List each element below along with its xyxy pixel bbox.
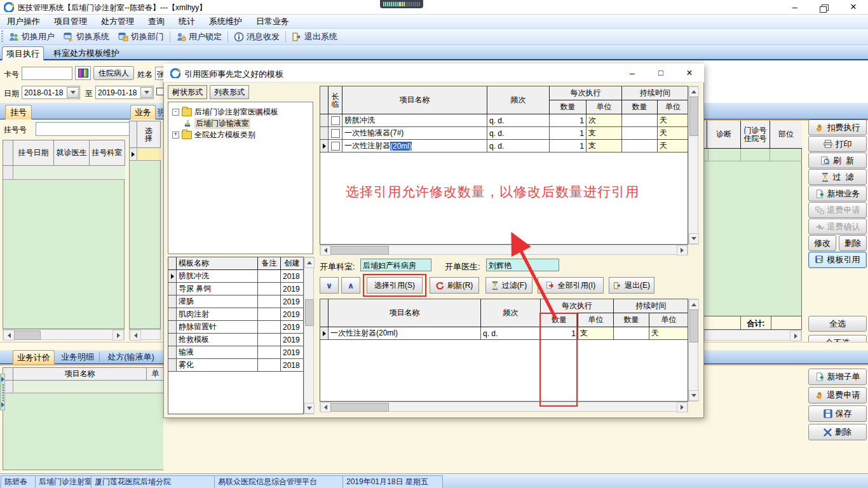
tree-node-child[interactable]: 后埔门诊输液室 [168, 118, 313, 129]
item-cell-selected[interactable]: 一次性注射器(20ml) [342, 140, 487, 152]
inpatient-button[interactable]: 住院病人 [93, 66, 134, 80]
template-row-name[interactable]: 抢救模板 [177, 334, 258, 346]
save-button[interactable]: 保存 [808, 405, 867, 422]
dialog-close-button[interactable]: × [677, 64, 702, 82]
refund-request-label: 退费申请 [827, 390, 860, 401]
selected-cell[interactable] [137, 148, 161, 161]
charge-execute-button[interactable]: 扣费执行 [808, 119, 867, 135]
template-row-name[interactable]: 灌肠 [177, 295, 258, 308]
refresh-button[interactable]: 刷 新 [808, 152, 867, 168]
tab-project-execution[interactable]: 项目执行 [2, 46, 44, 60]
tab-business[interactable]: 业务 [130, 105, 156, 119]
switch-dept-button[interactable]: 切换部门 [114, 29, 168, 44]
select-all-button[interactable]: 全选 [808, 316, 867, 332]
tree-view-button[interactable]: 树状形式 [168, 85, 207, 99]
registration-grid[interactable]: 挂号日期 就诊医生 挂号科室 [3, 140, 125, 329]
card-reader-button[interactable] [75, 66, 91, 80]
user-lock-icon [176, 32, 186, 42]
bottom-grid-hscrollbar[interactable] [320, 402, 688, 412]
regno-input[interactable] [36, 122, 131, 136]
template-list-vscrollbar[interactable] [304, 257, 314, 414]
selected-text-highlight: (20ml) [390, 142, 412, 151]
dialog-exit-button[interactable]: 退出(E) [609, 277, 654, 294]
registration-grid-hscrollbar[interactable] [3, 329, 125, 340]
menu-prescription-mgmt[interactable]: 处方管理 [94, 15, 141, 29]
status-bar: 陈碧春 后埔门诊注射室 厦门莲花医院后埔分院 易联众医院信息综合管理平台 201… [0, 473, 868, 488]
window-restore-button[interactable] [810, 0, 839, 14]
dialog-top-grid[interactable]: 长临 项目名称 频次 每次执行 持续时间 数量 单位 数量 单位 膀胱冲洗 q.… [320, 86, 688, 245]
template-list-grid[interactable]: 模板名称 备注 创建 膀胱冲洗 2018 导尿 鼻饲 2019 灌肠 2019 … [168, 257, 304, 414]
delete-record-label: 删除 [835, 426, 851, 438]
splitter-handle[interactable] [0, 374, 5, 410]
item-cell[interactable]: 一次性注射器(20ml) [329, 327, 481, 340]
bottom-grid-vscrollbar[interactable] [688, 299, 698, 402]
longterm-checkbox[interactable] [331, 129, 340, 138]
menu-daily-biz[interactable]: 日常业务 [249, 15, 296, 29]
date-from-combo[interactable]: 2018-01-18 [22, 86, 80, 99]
dialog-maximize-button[interactable]: □ [648, 64, 674, 82]
print-button[interactable]: 打印 [808, 136, 867, 152]
menu-project-mgmt[interactable]: 项目管理 [47, 15, 94, 29]
template-tree[interactable]: - 后埔门诊注射室医嘱模板 后埔门诊输液室 + 全院处方模板类别 [168, 102, 313, 254]
menu-stats[interactable]: 统计 [172, 15, 202, 29]
list-view-button[interactable]: 列表形式 [210, 85, 249, 99]
delete-record-button[interactable]: 删除 [808, 424, 867, 440]
date-to-combo[interactable]: 2019-01-18 [95, 86, 154, 99]
tree-node-root1[interactable]: - 后埔门诊注射室医嘱模板 [168, 106, 313, 118]
business-grid-hscrollbar[interactable] [129, 329, 161, 340]
expand-icon[interactable]: + [172, 132, 179, 139]
refund-request-button[interactable]: 退费申请 [808, 387, 867, 403]
pricing-grid[interactable]: 项目名称 单 [3, 367, 163, 470]
add-business-button[interactable]: 新增业务 [808, 186, 867, 201]
tab-detail-clipped[interactable]: 明 [158, 105, 163, 119]
switch-user-button[interactable]: 切换用户 [4, 29, 59, 44]
item-cell[interactable]: 一次性输液器(7#) [342, 127, 487, 140]
dialog-refresh-button[interactable]: 刷新(R) [430, 277, 479, 294]
menu-system-maint[interactable]: 系统维护 [202, 15, 249, 29]
longterm-checkbox[interactable] [331, 116, 340, 125]
switch-system-button[interactable]: 切换系统 [59, 29, 114, 44]
menu-query[interactable]: 查询 [141, 15, 172, 29]
template-row-name[interactable]: 雾化 [177, 359, 258, 372]
execution-grid[interactable]: 诊断 门诊号住院号 部位 [704, 121, 802, 316]
move-down-button[interactable]: ∨ [320, 277, 339, 294]
tab-prescription-infusion[interactable]: 处方(输液单) [102, 350, 160, 364]
tab-business-detail[interactable]: 业务明细 [57, 350, 98, 364]
red-highlight-box-button [363, 274, 426, 297]
template-row-name[interactable]: 膀胱冲洗 [177, 270, 258, 283]
template-row-name[interactable]: 导尿 鼻饲 [177, 283, 258, 295]
messages-button[interactable]: 消息收发 [229, 29, 284, 44]
dropdown-arrow-icon[interactable] [67, 87, 79, 98]
tab-registration[interactable]: 挂号 [5, 105, 32, 119]
user-lock-button[interactable]: 用户锁定 [172, 29, 226, 44]
order-dept-input[interactable]: 后埔妇产科病房 [360, 259, 431, 271]
dropdown-arrow-icon[interactable] [140, 87, 153, 98]
window-minimize-button[interactable]: – [780, 0, 810, 14]
tab-dept-template-maint[interactable]: 科室处方模板维护 [46, 46, 127, 60]
card-no-input[interactable] [22, 67, 72, 80]
template-row-name[interactable]: 肌肉注射 [177, 308, 258, 321]
top-grid-vscrollbar[interactable] [688, 86, 698, 245]
longterm-checkbox[interactable] [331, 142, 340, 151]
tab-business-pricing[interactable]: 业务计价 [13, 350, 55, 364]
template-row-name[interactable]: 静脉留置针 [177, 321, 258, 334]
exit-system-button[interactable]: 退出系统 [287, 29, 342, 44]
business-grid[interactable]: 选择 [129, 121, 161, 329]
item-cell[interactable]: 膀胱冲洗 [342, 114, 487, 127]
delete-button[interactable]: 删除 [839, 235, 867, 251]
toolbar: 切换用户 切换系统 切换部门 用户锁定 消息收发 退出系统 [0, 29, 868, 45]
dialog-minimize-button[interactable]: – [620, 64, 645, 82]
window-close-button[interactable]: × [839, 0, 868, 14]
template-reference-button[interactable]: 模板引用 [808, 252, 867, 268]
refund-apply-button[interactable]: 退费申请 [808, 202, 867, 218]
menu-user-ops[interactable]: 用户操作 [0, 15, 47, 29]
collapse-icon[interactable]: - [172, 109, 179, 116]
add-sub-order-button[interactable]: 新增子单 [808, 369, 867, 385]
template-row-name[interactable]: 输液 [177, 346, 258, 359]
tree-node-root2[interactable]: + 全院处方模板类别 [168, 129, 313, 140]
execution-grid-hscrollbar[interactable] [704, 330, 802, 341]
filter-button[interactable]: 过 滤 [808, 169, 867, 185]
modify-button[interactable]: 修改 [808, 235, 836, 251]
move-up-button[interactable]: ∧ [341, 277, 360, 294]
refund-confirm-button[interactable]: 退费确认 [808, 219, 867, 234]
